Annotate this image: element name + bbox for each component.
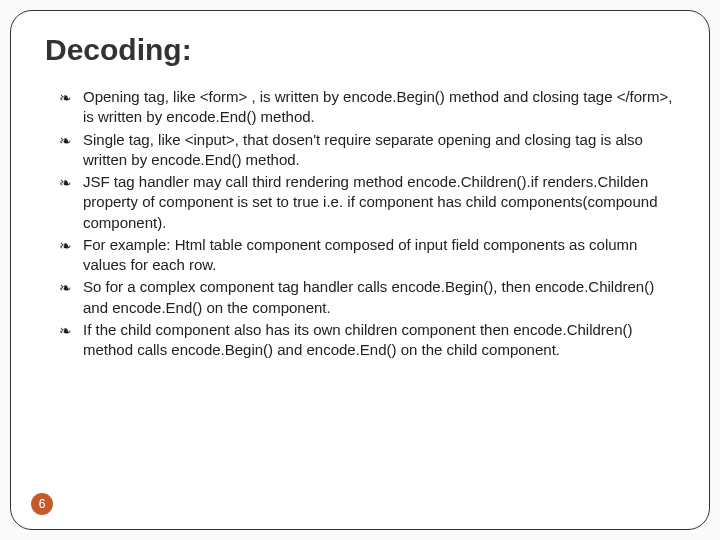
slide-frame: Decoding: ❧Opening tag, like <form> , is… xyxy=(10,10,710,530)
bullet-icon: ❧ xyxy=(59,236,72,256)
list-item-text: If the child component also has its own … xyxy=(83,321,633,358)
list-item-text: For example: Html table component compos… xyxy=(83,236,637,273)
bullet-list: ❧Opening tag, like <form> , is written b… xyxy=(45,87,675,360)
slide-title: Decoding: xyxy=(45,33,675,67)
list-item: ❧For example: Html table component compo… xyxy=(59,235,675,276)
list-item-text: Opening tag, like <form> , is written by… xyxy=(83,88,673,125)
list-item-text: JSF tag handler may call third rendering… xyxy=(83,173,657,231)
bullet-icon: ❧ xyxy=(59,278,72,298)
list-item-text: Single tag, like <input>, that dosen't r… xyxy=(83,131,643,168)
list-item: ❧If the child component also has its own… xyxy=(59,320,675,361)
list-item: ❧Single tag, like <input>, that dosen't … xyxy=(59,130,675,171)
page-number: 6 xyxy=(39,497,46,511)
bullet-icon: ❧ xyxy=(59,88,72,108)
bullet-icon: ❧ xyxy=(59,173,72,193)
list-item: ❧JSF tag handler may call third renderin… xyxy=(59,172,675,233)
bullet-icon: ❧ xyxy=(59,321,72,341)
list-item-text: So for a complex component tag handler c… xyxy=(83,278,654,315)
list-item: ❧Opening tag, like <form> , is written b… xyxy=(59,87,675,128)
page-number-badge: 6 xyxy=(31,493,53,515)
list-item: ❧So for a complex component tag handler … xyxy=(59,277,675,318)
bullet-icon: ❧ xyxy=(59,131,72,151)
